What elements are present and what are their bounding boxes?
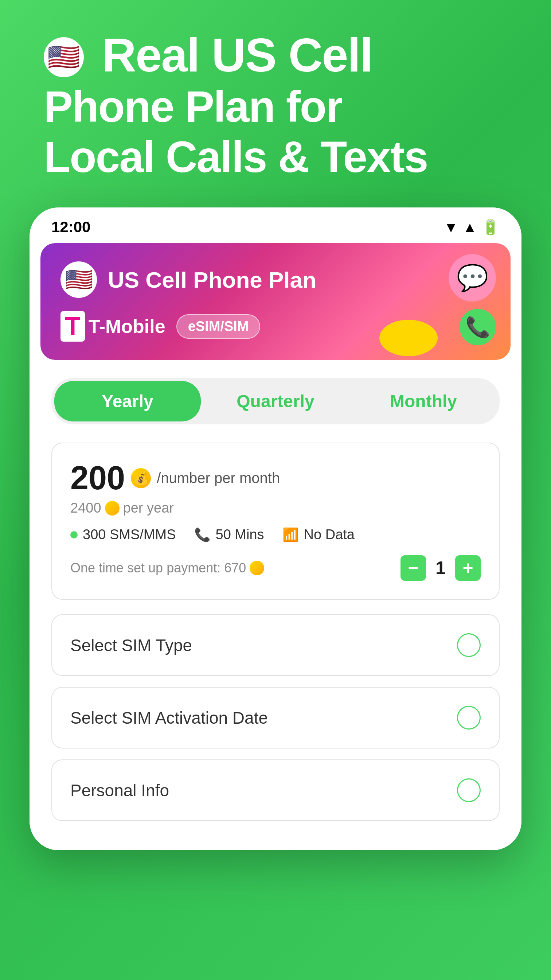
quantity-value: 1: [433, 557, 448, 579]
select-sim-type-row[interactable]: Select SIM Type: [51, 614, 500, 676]
calls-icon: 📞: [194, 527, 211, 542]
coin-decoration: [380, 320, 438, 356]
tmobile-logo: T T-Mobile: [60, 311, 165, 342]
signal-bars-icon: 📶: [283, 527, 299, 542]
sms-feature: 300 SMS/MMS: [70, 527, 176, 542]
billing-tabs: Yearly Quarterly Monthly: [51, 378, 500, 425]
tmobile-t: T: [60, 311, 85, 342]
hero-title-line3: Local Calls & Texts: [44, 132, 427, 182]
content-area: Yearly Quarterly Monthly 200 💰 /number p…: [30, 360, 521, 850]
tab-quarterly[interactable]: Quarterly: [202, 381, 349, 422]
quantity-minus-button[interactable]: −: [400, 555, 426, 581]
banner-flag: 🇺🇸: [60, 261, 97, 298]
status-time: 12:00: [51, 218, 91, 236]
wifi-icon: ▼: [444, 219, 459, 235]
select-sim-activation-row[interactable]: Select SIM Activation Date: [51, 687, 500, 748]
hero-title-text: Real US Cell: [102, 29, 372, 81]
setup-fee-value: 670: [224, 560, 246, 576]
data-feature: 📶 No Data: [283, 527, 354, 542]
price-coin-icon: 💰: [131, 468, 151, 488]
phone-icon-circle: 📞: [459, 309, 496, 345]
tab-yearly[interactable]: Yearly: [54, 381, 201, 422]
status-bar: 12:00 ▼ ▲ 🔋: [30, 207, 521, 243]
plan-features: 300 SMS/MMS 📞 50 Mins 📶 No Data: [70, 527, 481, 542]
chat-bubble-icon: 💬: [449, 254, 496, 302]
banner-decorations: 💬 📞: [449, 254, 496, 345]
signal-icon: ▲: [462, 219, 477, 235]
product-banner: 🇺🇸 US Cell Phone Plan 💬 📞 T T-Mobile eSI…: [40, 243, 511, 360]
calls-label: 50 Mins: [216, 527, 264, 542]
esim-badge: eSIM/SIM: [176, 314, 260, 339]
personal-info-radio[interactable]: [457, 778, 481, 802]
select-sim-activation-radio[interactable]: [457, 706, 481, 730]
battery-icon: 🔋: [481, 219, 500, 236]
hero-flag: 🇺🇸: [44, 37, 84, 77]
select-sim-type-label: Select SIM Type: [70, 635, 192, 655]
setup-coin-icon: [249, 561, 264, 575]
per-month-text: /number per month: [157, 470, 280, 486]
personal-info-row[interactable]: Personal Info: [51, 759, 500, 821]
select-sim-activation-label: Select SIM Activation Date: [70, 708, 268, 728]
banner-title: US Cell Phone Plan: [108, 267, 316, 293]
setup-fee-label: One time set up payment:: [70, 560, 221, 576]
plan-footer: One time set up payment: 670 − 1 +: [70, 555, 481, 581]
sms-label: 300 SMS/MMS: [83, 527, 176, 542]
calls-feature: 📞 50 Mins: [194, 527, 264, 542]
quantity-plus-button[interactable]: +: [455, 555, 481, 581]
yearly-coin-icon: [105, 501, 119, 515]
hero-title: 🇺🇸 Real US Cell Phone Plan for Local Cal…: [44, 29, 427, 182]
hero-title-line2: Phone Plan for: [44, 81, 342, 132]
status-icons: ▼ ▲ 🔋: [444, 219, 500, 236]
banner-top: 🇺🇸 US Cell Phone Plan: [60, 261, 491, 298]
data-label: No Data: [304, 527, 354, 542]
plan-price-row: 200 💰 /number per month: [70, 461, 481, 495]
tab-monthly[interactable]: Monthly: [350, 381, 497, 422]
sms-dot-icon: [70, 531, 78, 538]
tmobile-name: T-Mobile: [89, 315, 165, 337]
yearly-price: 2400 per year: [70, 500, 481, 516]
hero-section: 🇺🇸 Real US Cell Phone Plan for Local Cal…: [29, 29, 522, 182]
select-sim-type-radio[interactable]: [457, 633, 481, 657]
personal-info-label: Personal Info: [70, 781, 169, 800]
quantity-control[interactable]: − 1 +: [400, 555, 481, 581]
phone-mockup: 12:00 ▼ ▲ 🔋 🇺🇸 US Cell Phone Plan 💬 📞: [30, 207, 521, 850]
plan-price: 200: [70, 461, 125, 495]
setup-fee: One time set up payment: 670: [70, 560, 264, 576]
plan-card: 200 💰 /number per month 2400 per year 30…: [51, 442, 500, 600]
